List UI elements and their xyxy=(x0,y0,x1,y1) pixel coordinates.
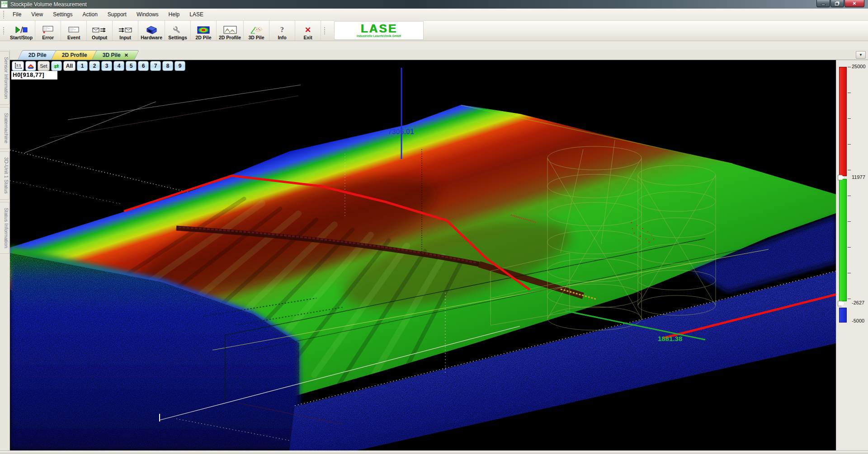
sensor-button-9[interactable]: 9 xyxy=(175,61,185,71)
refresh-scan-button[interactable]: ⇄ xyxy=(51,61,62,71)
sidebar-tab-3d-unit-1-status[interactable]: 3D-Unit 1 Status xyxy=(0,151,9,200)
scale-marker-lower[interactable] xyxy=(838,301,844,306)
height-value-label: 7306.01 xyxy=(388,128,414,136)
2d-pile-button[interactable]: 2D Pile xyxy=(191,21,217,41)
scale-label-max: 25000 xyxy=(852,64,866,69)
sensor-button-7[interactable]: 7 xyxy=(150,61,161,71)
application-window: LASE* Stockpile Volume Measurement ✕ Fil… xyxy=(0,0,868,454)
scale-label-upper: 11977 xyxy=(852,174,865,180)
title-bar[interactable]: LASE* Stockpile Volume Measurement ✕ xyxy=(0,0,868,9)
scale-bar-mid xyxy=(839,179,847,301)
sensor-button-2[interactable]: 2 xyxy=(89,61,100,71)
lase-logo-panel: LASE Industrielle Lasertechnik GmbH xyxy=(334,21,424,40)
main-canvas-3d-view[interactable]: 1881.38 7306.01 1:1 Set ⇄ All 1 2 3 4 5 xyxy=(10,60,836,450)
menu-item-file[interactable]: File xyxy=(8,9,26,19)
tab-2d-profile[interactable]: 2D Profile xyxy=(51,50,98,60)
lase-logo-subtitle: Industrielle Lasertechnik GmbH xyxy=(357,34,401,37)
lase-logo: LASE xyxy=(360,23,397,34)
menu-bar: File View Settings Action Support Window… xyxy=(0,9,868,21)
set-button[interactable]: Set xyxy=(38,61,50,71)
tab-close-icon[interactable]: ✕ xyxy=(124,53,128,58)
menu-item-support[interactable]: Support xyxy=(103,9,132,19)
restore-icon xyxy=(835,2,839,5)
start-stop-icon xyxy=(15,25,28,34)
2d-pile-heatmap-icon xyxy=(197,25,210,34)
2d-profile-chart-icon xyxy=(223,25,237,34)
settings-button[interactable]: Settings xyxy=(165,21,191,41)
app-logo-icon: LASE* xyxy=(1,1,8,8)
all-sensors-button[interactable]: All xyxy=(63,61,75,71)
main-toolbar: Start/Stop Error Event Output Input xyxy=(0,21,868,41)
error-button[interactable]: Error xyxy=(35,21,61,41)
window-title: Stockpile Volume Measurement xyxy=(10,1,87,8)
scale-bar-low xyxy=(839,308,847,323)
question-icon: ? xyxy=(280,25,284,34)
error-list-icon xyxy=(42,25,54,34)
toolbar-grip[interactable] xyxy=(3,10,5,19)
tab-list-dropdown-button[interactable]: ▼ xyxy=(856,51,866,59)
scale-ticks xyxy=(848,67,851,324)
menu-item-help[interactable]: Help xyxy=(164,9,185,19)
sidebar-tab-statemachine[interactable]: Statemachine xyxy=(0,107,9,149)
close-button[interactable]: ✕ xyxy=(844,0,864,7)
output-button[interactable]: Output xyxy=(87,21,113,41)
menu-item-windows[interactable]: Windows xyxy=(132,9,164,19)
hardware-button[interactable]: Hardware xyxy=(138,21,165,41)
sensor-button-8[interactable]: 8 xyxy=(162,61,173,71)
view-toolbar: 1:1 Set ⇄ All 1 2 3 4 5 6 7 8 9 xyxy=(12,61,185,71)
coordinate-readout[interactable]: H0[918,77] xyxy=(11,71,57,80)
menu-item-lase[interactable]: LASE xyxy=(184,9,208,19)
sidebar-tab-sensor-information[interactable]: Sensor Information xyxy=(0,51,9,105)
input-button[interactable]: Input xyxy=(113,21,138,41)
stockpile-3d-scene: 1881.38 7306.01 xyxy=(10,60,836,450)
input-envelope-icon xyxy=(118,25,132,34)
exit-x-icon: ✕ xyxy=(305,25,311,34)
output-envelope-icon xyxy=(92,25,107,34)
scale-label-min: -5000 xyxy=(852,318,864,323)
tab-3d-pile[interactable]: 3D Pile ✕ xyxy=(92,50,139,60)
3d-pile-icon xyxy=(250,25,263,34)
measure-value-label: 1881.38 xyxy=(658,335,682,342)
sensor-button-3[interactable]: 3 xyxy=(101,61,112,71)
sensor-button-1[interactable]: 1 xyxy=(77,61,88,71)
sensor-button-4[interactable]: 4 xyxy=(113,61,124,71)
sensor-button-6[interactable]: 6 xyxy=(138,61,149,71)
2d-profile-button[interactable]: 2D Profile xyxy=(217,21,244,41)
sidebar-tab-status-information[interactable]: Status Information xyxy=(0,202,9,254)
elevation-color-scale: 25000 11977 -2627 -5000 xyxy=(836,60,868,450)
minimize-icon xyxy=(821,4,826,5)
wrench-icon xyxy=(172,25,183,34)
minimize-button[interactable] xyxy=(816,0,830,7)
restore-button[interactable] xyxy=(830,0,844,7)
info-button[interactable]: ? Info xyxy=(269,21,295,41)
menu-item-settings[interactable]: Settings xyxy=(48,9,77,19)
exit-button[interactable]: ✕ Exit xyxy=(295,21,321,41)
scale-label-lower: -2627 xyxy=(852,300,864,305)
close-icon: ✕ xyxy=(853,1,856,6)
left-sidebar: Sensor Information Statemachine 3D-Unit … xyxy=(0,50,10,450)
window-bottom-frame xyxy=(0,450,868,454)
event-button[interactable]: Event xyxy=(61,21,87,41)
menu-item-view[interactable]: View xyxy=(26,9,48,19)
axes-1-1-icon: 1:1 xyxy=(16,64,21,67)
pile-view-button[interactable] xyxy=(25,61,36,71)
event-list-icon xyxy=(67,25,80,34)
3d-pile-button[interactable]: 3D Pile xyxy=(244,21,269,41)
menu-item-action[interactable]: Action xyxy=(78,9,103,19)
toolbar-grip[interactable] xyxy=(3,27,5,35)
scale-bar-high xyxy=(839,67,847,176)
sensor-button-5[interactable]: 5 xyxy=(126,61,137,71)
hardware-cube-icon xyxy=(145,25,158,34)
mini-pile-icon xyxy=(27,62,35,70)
toolbar-grip[interactable] xyxy=(324,27,326,35)
start-stop-button[interactable]: Start/Stop xyxy=(8,21,35,41)
reset-zoom-button[interactable]: 1:1 xyxy=(12,61,24,71)
green-arrows-icon: ⇄ xyxy=(54,63,59,70)
view-tab-strip: 2D Pile 2D Profile 3D Pile ✕ ▼ xyxy=(10,50,868,60)
